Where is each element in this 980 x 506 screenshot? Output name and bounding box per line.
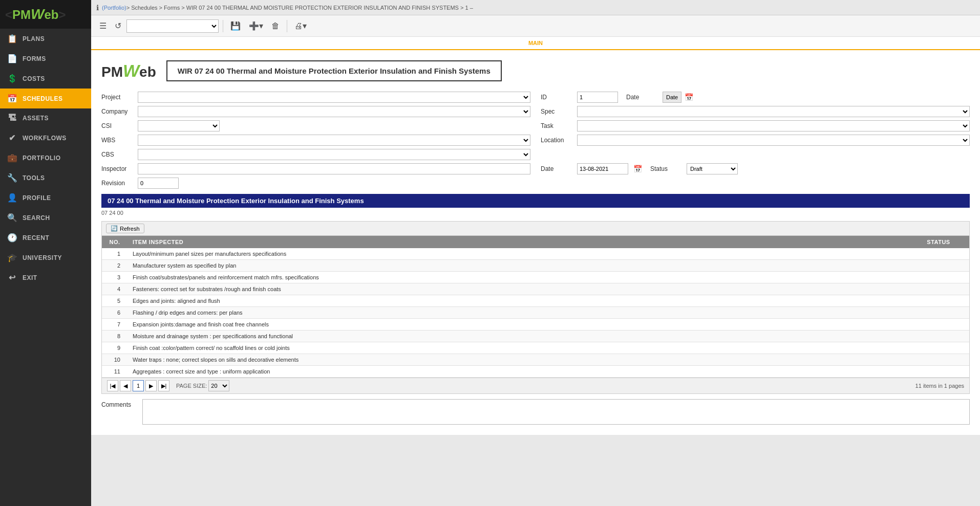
status-label: Status — [650, 165, 684, 172]
row-item: Flashing / drip edges and corners: per p… — [127, 307, 908, 319]
last-page-button[interactable]: ▶| — [158, 380, 169, 391]
table-row: 11 Aggregates : correct size and type : … — [102, 366, 969, 378]
table-row: 10 Water traps : none; correct slopes on… — [102, 354, 969, 366]
row-status — [908, 248, 969, 260]
row-no: 2 — [102, 260, 127, 272]
history-button[interactable]: ↺ — [112, 19, 124, 33]
calendar-icon[interactable]: 📅 — [685, 93, 693, 101]
cbs-select[interactable] — [138, 149, 530, 160]
portfolio-link[interactable]: (Portfolio) — [102, 5, 126, 11]
comments-input[interactable] — [142, 399, 970, 425]
section-subtitle: 07 24 00 — [101, 209, 970, 219]
table-toolbar: 🔄 Refresh — [102, 222, 969, 236]
status-select[interactable]: Draft — [687, 163, 738, 174]
action-dropdown[interactable] — [126, 19, 219, 33]
sidebar-item-workflows[interactable]: ✔ WORKFLOWS — [0, 128, 91, 148]
sidebar-item-tools[interactable]: 🔧 TOOLS — [0, 168, 91, 188]
sidebar-item-label: SEARCH — [23, 214, 50, 222]
inspection-table-container: 🔄 Refresh NO. ITEM INSPECTED STATUS 1 — [101, 221, 970, 394]
row-status — [908, 354, 969, 366]
main-area: ℹ (Portfolio) > Schedules > Forms > WIR … — [91, 0, 980, 506]
row-no: 7 — [102, 319, 127, 331]
date-button[interactable]: Date — [663, 92, 681, 103]
location-label: Location — [541, 137, 574, 144]
first-page-button[interactable]: |◀ — [107, 380, 118, 391]
date-label: Date — [626, 94, 659, 101]
table-row: 8 Moisture and drainage system : per spe… — [102, 331, 969, 342]
spec-select[interactable] — [577, 106, 970, 117]
row-status — [908, 319, 969, 331]
sidebar-item-plans[interactable]: 📋 PLANS — [0, 29, 91, 49]
info-icon: ℹ — [96, 4, 99, 12]
sidebar-item-profile[interactable]: 👤 PROFILE — [0, 188, 91, 208]
sidebar-item-label: RECENT — [23, 234, 49, 241]
prev-page-button[interactable]: ◀ — [120, 380, 131, 391]
schedules-icon: 📅 — [7, 94, 17, 103]
table-row: 3 Finish coat/substrates/panels and rein… — [102, 272, 969, 283]
refresh-button[interactable]: 🔄 Refresh — [106, 224, 144, 233]
id-input[interactable] — [577, 92, 618, 103]
table-body: 1 Layout/minimum panel sizes per manufac… — [102, 248, 969, 378]
row-status — [908, 366, 969, 378]
wbs-field-row: WBS — [101, 135, 530, 146]
table-row: 6 Flashing / drip edges and corners: per… — [102, 307, 969, 319]
form-title: WIR 07 24 00 Thermal and Moisture Protec… — [166, 60, 502, 81]
page-size-select[interactable]: 20 50 100 — [208, 380, 229, 391]
company-select[interactable] — [138, 106, 530, 117]
calendar2-icon[interactable]: 📅 — [633, 165, 642, 173]
revision-input[interactable] — [138, 178, 179, 189]
company-field-row: Company — [101, 106, 530, 117]
row-no: 1 — [102, 248, 127, 260]
csi-label: CSI — [101, 122, 135, 129]
current-page-input[interactable] — [133, 380, 144, 391]
form-logo: PMWeb — [101, 61, 156, 81]
row-status — [908, 283, 969, 295]
task-select[interactable] — [577, 120, 970, 131]
sidebar-item-label: ASSETS — [23, 115, 49, 122]
sidebar-item-portfolio[interactable]: 💼 PORTFOLIO — [0, 148, 91, 168]
row-status — [908, 307, 969, 319]
delete-button[interactable]: 🗑 — [268, 19, 283, 33]
sidebar-item-label: WORKFLOWS — [23, 135, 67, 142]
sidebar-item-schedules[interactable]: 📅 SCHEDULES — [0, 89, 91, 108]
date2-input[interactable] — [577, 163, 628, 174]
sidebar-item-label: COSTS — [23, 75, 45, 82]
save-button[interactable]: 💾 — [227, 19, 244, 33]
table-row: 5 Edges and joints: aligned and flush — [102, 295, 969, 307]
table-header: NO. ITEM INSPECTED STATUS — [102, 236, 969, 248]
task-field-row: Task — [541, 120, 970, 131]
date2-field-row: Date 📅 Status Draft — [541, 163, 970, 174]
sidebar-item-exit[interactable]: ↩ EXIT — [0, 268, 91, 288]
add-button[interactable]: ➕▾ — [246, 19, 266, 33]
main-tab-label[interactable]: MAIN — [91, 37, 980, 50]
location-select[interactable] — [577, 135, 970, 146]
revision-label: Revision — [101, 180, 135, 187]
toolbar-divider-2 — [287, 20, 287, 32]
breadcrumb-path: > Schedules > Forms > WIR 07 24 00 THERM… — [126, 5, 473, 11]
project-select[interactable] — [138, 92, 530, 103]
wbs-select[interactable] — [138, 135, 530, 146]
inspector-input[interactable] — [138, 163, 530, 174]
print-button[interactable]: 🖨▾ — [291, 19, 310, 33]
row-no: 10 — [102, 354, 127, 366]
plans-icon: 📋 — [7, 34, 17, 43]
sidebar-item-forms[interactable]: 📄 FORMS — [0, 49, 91, 69]
row-item: Aggregates : correct size and type : uni… — [127, 366, 908, 378]
sidebar-item-search[interactable]: 🔍 SEARCH — [0, 208, 91, 228]
form-header: PMWeb WIR 07 24 00 Thermal and Moisture … — [101, 60, 970, 81]
table-row: 2 Manufacturer system as specified by pl… — [102, 260, 969, 272]
sidebar-item-assets[interactable]: 🏗 ASSETS — [0, 108, 91, 128]
next-page-button[interactable]: ▶ — [145, 380, 157, 391]
sidebar-item-recent[interactable]: 🕐 RECENT — [0, 228, 91, 248]
field-group-right: ID Date Date 📅 Spec Task — [541, 92, 970, 189]
sidebar-logo: <PMWeb> — [0, 0, 91, 29]
csi-select[interactable] — [138, 120, 220, 131]
sidebar-item-label: FORMS — [23, 55, 46, 62]
cbs-label: CBS — [101, 151, 135, 158]
sidebar-item-university[interactable]: 🎓 UNIVERSITY — [0, 248, 91, 268]
row-no: 11 — [102, 366, 127, 378]
toolbar: ☰ ↺ 💾 ➕▾ 🗑 🖨▾ — [91, 15, 980, 37]
sidebar-item-costs[interactable]: 💲 COSTS — [0, 69, 91, 89]
list-button[interactable]: ☰ — [96, 19, 110, 33]
project-field-row: Project — [101, 92, 530, 103]
